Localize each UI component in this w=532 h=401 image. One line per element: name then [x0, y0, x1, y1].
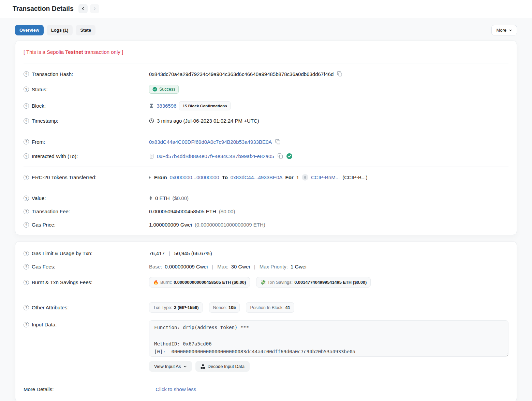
check-circle-icon	[152, 87, 157, 92]
input-data-buttons: View Input As Decode Input Data	[149, 361, 508, 372]
more-button[interactable]: More	[491, 25, 517, 35]
overview-card: [ This is a Sepolia Testnet transaction …	[15, 41, 517, 235]
transaction-fee-amount: 0.000050945000458505 ETH	[149, 209, 216, 214]
help-icon[interactable]: ?	[24, 139, 29, 144]
divider	[24, 167, 508, 167]
from-row: ? From: 0x83dC44a4C00DFf69d0A0c7c94B20b5…	[24, 135, 508, 149]
testnet-notice: [ This is a Sepolia Testnet transaction …	[24, 44, 508, 60]
help-icon[interactable]: ?	[24, 305, 29, 310]
previous-transaction-button[interactable]	[78, 4, 88, 13]
status-row: ? Status: Success	[24, 81, 508, 97]
token-icon	[302, 174, 308, 181]
tab-bar: Overview Logs (1) State	[15, 25, 95, 35]
copy-hash-button[interactable]	[336, 71, 343, 77]
erc20-from-address-link[interactable]: 0x000000...00000000	[170, 174, 219, 180]
gas-price-row: ? Gas Price: 1.000000009 Gwei (0.0000000…	[24, 218, 508, 231]
help-icon[interactable]: ?	[24, 118, 29, 124]
chevron-left-icon	[81, 7, 85, 11]
help-icon[interactable]: ?	[24, 322, 29, 327]
chevron-down-icon	[509, 29, 512, 32]
divider	[24, 63, 508, 63]
chevron-right-icon	[93, 7, 97, 11]
transaction-fee-label: ? Transaction Fee:	[24, 209, 149, 214]
value-usd: ($0.00)	[173, 195, 189, 201]
separator: |	[253, 264, 257, 269]
view-input-as-button[interactable]: View Input As	[149, 361, 192, 372]
help-icon[interactable]: ?	[24, 153, 29, 159]
eth-diamond-icon	[149, 196, 152, 201]
help-icon[interactable]: ?	[24, 251, 29, 256]
block-label: ? Block:	[24, 103, 149, 109]
erc20-for-word: For	[285, 174, 293, 180]
interacted-with-row: ? Interacted With (To): 0xFd57b4ddBf88a4…	[24, 149, 508, 163]
help-icon[interactable]: ?	[24, 175, 29, 180]
details-card: ? Gas Limit & Usage by Txn: 76,417 | 50,…	[15, 241, 517, 401]
decode-input-data-button[interactable]: Decode Input Data	[195, 361, 250, 372]
burnt-badge: 🔥 Burnt: 0.000000000000458505 ETH ($0.00…	[149, 277, 250, 288]
position-in-block-badge: Position In Block: 41	[246, 302, 294, 313]
main-content: Overview Logs (1) State More [ This is a…	[0, 18, 532, 401]
gas-price-label: ? Gas Price:	[24, 222, 149, 228]
contract-document-icon	[149, 154, 154, 159]
divider	[24, 188, 508, 188]
input-data-row: ? Input Data: Function: drip(address tok…	[24, 317, 508, 375]
copy-from-address-button[interactable]	[275, 138, 281, 145]
gas-limit-label: ? Gas Limit & Usage by Txn:	[24, 250, 149, 256]
tabs-row: Overview Logs (1) State More	[15, 25, 517, 35]
erc20-to-word: To	[222, 174, 228, 180]
transaction-hash-row: ? Transaction Hash: 0x843dc70a4a29d79234…	[24, 67, 508, 81]
decode-boxes-icon	[201, 364, 205, 369]
help-icon[interactable]: ?	[24, 222, 29, 228]
hourglass-icon	[149, 103, 154, 108]
tab-overview[interactable]: Overview	[15, 25, 44, 35]
max-fee-value: 30 Gwei	[231, 264, 250, 269]
help-icon[interactable]: ?	[24, 196, 29, 201]
txn-type-badge: Txn Type: 2 (EIP-1559)	[149, 302, 203, 313]
show-less-link[interactable]: — Click to show less	[149, 386, 196, 392]
input-data-textarea[interactable]: Function: drip(address token) *** Method…	[149, 320, 508, 357]
base-fee-label: Base:	[149, 264, 162, 269]
help-icon[interactable]: ?	[24, 103, 29, 109]
divider	[24, 295, 508, 295]
caret-right-icon	[149, 176, 151, 179]
copy-icon	[275, 139, 281, 144]
transaction-hash-label: ? Transaction Hash:	[24, 71, 149, 77]
erc20-token-link[interactable]: CCIP-BnM...	[311, 174, 340, 180]
next-transaction-button[interactable]	[90, 4, 99, 13]
transaction-fee-row: ? Transaction Fee: 0.000050945000458505 …	[24, 205, 508, 218]
from-address-link[interactable]: 0x83dC44a4C00DFf69d0A0c7c94B20b53a4933BE…	[149, 139, 272, 145]
burnt-value: 0.000000000000458505 ETH ($0.00)	[174, 280, 246, 285]
gas-fees-row: ? Gas Fees: Base: 0.000000009 Gwei | Max…	[24, 260, 508, 273]
erc20-to-address-link[interactable]: 0x83dC44...4933BE0A	[231, 174, 283, 180]
help-icon[interactable]: ?	[24, 71, 29, 77]
gas-usage-value: 50,945 (66.67%)	[174, 250, 212, 256]
clock-icon	[149, 118, 154, 123]
gas-limit-row: ? Gas Limit & Usage by Txn: 76,417 | 50,…	[24, 245, 508, 260]
erc20-token-tail: (CCIP-B...)	[342, 174, 367, 180]
notice-prefix: [ This is a Sepolia	[24, 49, 65, 55]
burnt-fees-label: ? Burnt & Txn Savings Fees:	[24, 279, 149, 285]
help-icon[interactable]: ?	[24, 280, 29, 285]
nonce-badge: Nonce: 105	[209, 302, 240, 313]
notice-suffix: transaction only ]	[83, 49, 123, 55]
fire-icon: 🔥	[153, 280, 159, 285]
tab-state[interactable]: State	[76, 25, 95, 35]
help-icon[interactable]: ?	[24, 209, 29, 214]
money-wings-icon: 💸	[260, 280, 266, 285]
help-icon[interactable]: ?	[24, 87, 29, 92]
more-button-label: More	[496, 28, 506, 33]
value-amount: 0 ETH	[155, 195, 170, 201]
block-number-link[interactable]: 3836596	[157, 103, 176, 109]
verified-check-icon	[286, 153, 292, 159]
transaction-fee-usd: ($0.00)	[219, 209, 235, 214]
contract-address-link[interactable]: 0xFd57b4ddBf88a4e07fF4e34C487b99af2Fe82a…	[157, 153, 274, 159]
help-icon[interactable]: ?	[24, 264, 29, 269]
max-fee-label: Max:	[217, 264, 228, 269]
tab-logs[interactable]: Logs (1)	[47, 25, 73, 35]
notice-testnet: Testnet	[65, 49, 83, 55]
interacted-with-label: ? Interacted With (To):	[24, 153, 149, 159]
copy-contract-address-button[interactable]	[277, 153, 284, 159]
gas-fees-label: ? Gas Fees:	[24, 264, 149, 269]
timestamp-row: ? Timestamp: 3 mins ago (Jul-06-2023 01:…	[24, 114, 508, 127]
base-fee-value: 0.000000009 Gwei	[165, 264, 208, 269]
